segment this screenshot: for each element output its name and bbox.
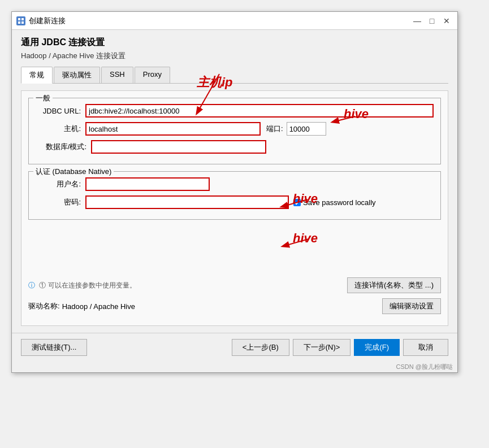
close-button[interactable]: ✕	[440, 15, 453, 27]
minimize-button[interactable]: —	[411, 15, 423, 27]
port-input[interactable]	[287, 122, 326, 136]
app-icon	[16, 16, 25, 25]
next-button[interactable]: 下一步(N)>	[293, 339, 351, 356]
driver-name-row: 驱动名称: Hadoop / Apache Hive 编辑驱动设置	[28, 298, 441, 314]
password-label: 密码:	[36, 197, 81, 207]
db-label: 数据库/模式:	[36, 142, 86, 152]
dialog-window: 创建新连接 — □ ✕ 通用 JDBC 连接设置 Hadoop / Apache…	[11, 11, 458, 373]
panel-general: 主机ip hive	[21, 90, 448, 326]
spacer	[28, 227, 441, 272]
driver-name-label: 驱动名称:	[28, 301, 60, 311]
window-controls: — □ ✕	[411, 15, 453, 27]
maximize-button[interactable]: □	[426, 15, 438, 27]
general-group: 一般 JDBC URL: 主机: 端口: 数据库/模式:	[28, 98, 441, 164]
password-input[interactable]	[85, 195, 289, 209]
prev-button[interactable]: <上一步(B)	[232, 339, 289, 356]
svg-rect-3	[21, 21, 24, 24]
save-password-row: Save password locally	[293, 198, 376, 207]
driver-name-value: Hadoop / Apache Hive	[62, 302, 382, 311]
port-label: 端口:	[266, 124, 283, 134]
jdbc-url-input[interactable]	[85, 104, 434, 118]
subtitle: Hadoop / Apache Hive 连接设置	[21, 51, 448, 61]
username-label: 用户名:	[36, 179, 81, 189]
auth-group-label: 认证 (Database Native)	[33, 167, 114, 177]
auth-group: 认证 (Database Native) 用户名: 密码: Save passw…	[28, 171, 441, 220]
window-title: 创建新连接	[29, 16, 411, 26]
username-row: 用户名:	[36, 177, 434, 191]
info-icon: ⓘ	[28, 281, 35, 289]
cancel-button[interactable]: 取消	[403, 339, 448, 356]
variable-hint: ⓘ ① 可以在连接参数中使用变量。	[28, 281, 136, 290]
save-password-checkbox[interactable]	[293, 199, 301, 206]
dialog-footer: 测试链接(T)... <上一步(B) 下一步(N)> 完成(F) 取消	[12, 333, 457, 362]
host-input[interactable]	[85, 122, 261, 136]
svg-rect-1	[21, 18, 24, 20]
bottom-info-row: ⓘ ① 可以在连接参数中使用变量。 连接详情(名称、类型 ...)	[28, 276, 441, 294]
main-title: 通用 JDBC 连接设置	[21, 37, 448, 49]
username-input[interactable]	[85, 177, 210, 191]
host-label: 主机:	[36, 124, 81, 134]
connection-details-button[interactable]: 连接详情(名称、类型 ...)	[347, 277, 441, 293]
tab-proxy[interactable]: Proxy	[135, 67, 170, 83]
general-group-label: 一般	[33, 93, 53, 103]
host-port-row: 主机: 端口:	[36, 122, 434, 136]
db-schema-row: 数据库/模式:	[36, 140, 434, 154]
password-row: 密码: Save password locally	[36, 195, 434, 209]
edit-driver-button[interactable]: 编辑驱动设置	[382, 298, 441, 314]
jdbc-url-row: JDBC URL:	[36, 104, 434, 118]
test-connection-button[interactable]: 测试链接(T)...	[21, 339, 87, 356]
jdbc-url-label: JDBC URL:	[36, 107, 81, 115]
svg-rect-2	[18, 21, 20, 24]
tabs: 常规 驱动属性 SSH Proxy	[21, 67, 448, 84]
svg-rect-0	[18, 18, 20, 20]
title-bar: 创建新连接 — □ ✕	[12, 12, 457, 30]
tab-ssh[interactable]: SSH	[101, 67, 133, 83]
tab-driver[interactable]: 驱动属性	[54, 67, 100, 83]
db-input[interactable]	[91, 140, 266, 154]
dialog-content: 通用 JDBC 连接设置 Hadoop / Apache Hive 连接设置 常…	[12, 30, 457, 333]
finish-button[interactable]: 完成(F)	[354, 339, 400, 356]
watermark: CSDN @脸儿粉哪哒	[12, 362, 457, 372]
tab-general[interactable]: 常规	[21, 67, 53, 84]
save-password-label: Save password locally	[303, 198, 376, 207]
